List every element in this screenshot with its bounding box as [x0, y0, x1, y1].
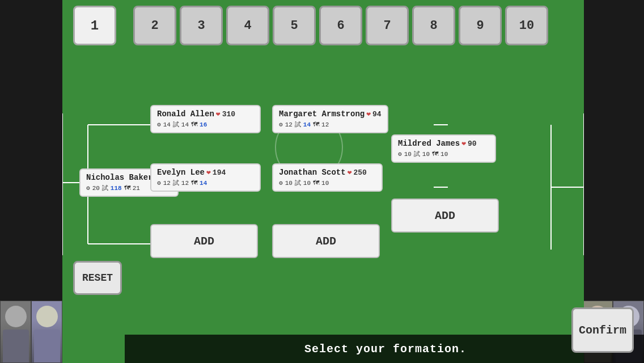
- tab-4[interactable]: 4: [226, 6, 269, 45]
- add-button-center[interactable]: ADD: [272, 224, 380, 258]
- jonathan-stats: ⚙ 10 試 10 🗺 10: [279, 179, 376, 187]
- tab-2[interactable]: 2: [133, 6, 176, 45]
- add-button-right[interactable]: ADD: [391, 199, 499, 233]
- mildred-name: Mildred James ❤ 90: [398, 139, 489, 148]
- tab-8[interactable]: 8: [412, 6, 455, 45]
- margaret-name: Margaret Armstrong ❤ 94: [279, 109, 382, 119]
- margaret-stats: ⚙ 12 試 14 🗺 12: [279, 120, 382, 129]
- mildred-hp: 90: [468, 140, 477, 148]
- jonathan-name: Jonathan Scott ❤ 250: [279, 168, 376, 177]
- reset-button[interactable]: RESET: [73, 261, 122, 295]
- tab-6[interactable]: 6: [319, 6, 362, 45]
- confirm-button[interactable]: Confirm: [571, 307, 634, 353]
- evelyn-card: Evelyn Lee ❤ 194 ⚙ 12 試 12 🗺 14: [150, 163, 261, 192]
- margaret-heart: ❤: [366, 109, 371, 119]
- mildred-stats: ⚙ 10 試 10 🗺 10: [398, 150, 489, 158]
- evelyn-hp: 194: [213, 168, 226, 177]
- margaret-hp: 94: [372, 110, 382, 119]
- ronald-heart: ❤: [216, 109, 221, 119]
- evelyn-stats: ⚙ 12 試 12 🗺 14: [157, 179, 254, 187]
- mildred-heart: ❤: [461, 139, 466, 148]
- jonathan-heart: ❤: [348, 168, 352, 177]
- evelyn-name: Evelyn Lee ❤ 194: [157, 168, 254, 177]
- tab-7[interactable]: 7: [366, 6, 409, 45]
- tab-10[interactable]: 10: [505, 6, 548, 45]
- left-sprites: [0, 301, 62, 363]
- game-field: 1 2 3 4 5 6 7 8 9 10 Nicholas Baker ❤ 98…: [62, 0, 584, 363]
- ronald-hp: 310: [222, 110, 235, 119]
- status-bar: Select your formation.: [125, 335, 644, 363]
- ronald-name: Ronald Allen ❤ 310: [157, 109, 254, 119]
- tab-1-label: 1: [91, 18, 99, 33]
- ronald-stats: ⚙ 14 試 14 🗺 16: [157, 120, 254, 129]
- tabs-row: 2 3 4 5 6 7 8 9 10: [133, 6, 548, 45]
- jonathan-hp: 250: [353, 168, 366, 177]
- left-panel: [0, 0, 62, 363]
- ronald-card: Ronald Allen ❤ 310 ⚙ 14 試 14 🗺 16: [150, 105, 261, 133]
- evelyn-heart: ❤: [206, 168, 211, 177]
- sprite-char-1: [0, 301, 31, 363]
- tab-9[interactable]: 9: [459, 6, 502, 45]
- jonathan-card: Jonathan Scott ❤ 250 ⚙ 10 試 10 🗺 10: [272, 163, 383, 192]
- tab-3[interactable]: 3: [180, 6, 223, 45]
- tab-1[interactable]: 1: [73, 6, 116, 45]
- tab-5[interactable]: 5: [273, 6, 316, 45]
- add-button-left[interactable]: ADD: [150, 224, 258, 258]
- status-text: Select your formation.: [304, 343, 467, 356]
- sprite-char-2: [31, 301, 62, 363]
- margaret-card: Margaret Armstrong ❤ 94 ⚙ 12 試 14 🗺 12: [272, 105, 388, 133]
- mildred-card: Mildred James ❤ 90 ⚙ 10 試 10 🗺 10: [391, 134, 496, 163]
